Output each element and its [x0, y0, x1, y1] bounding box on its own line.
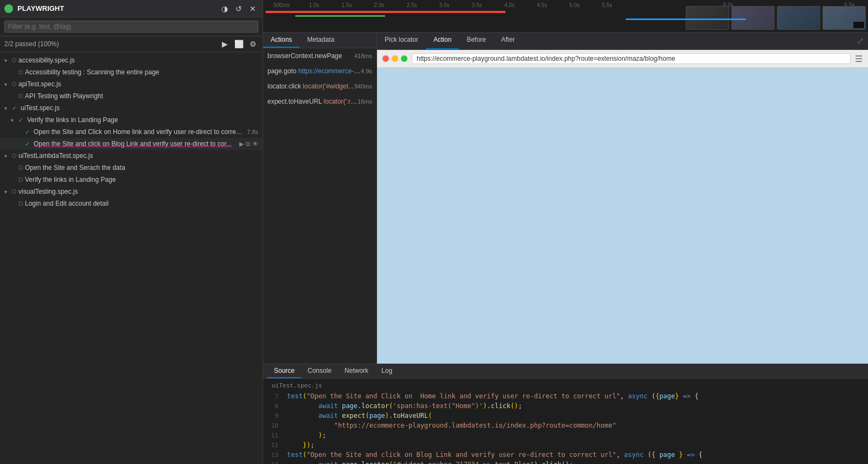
action-duration-locator-click: 940ms [354, 83, 372, 90]
tab-network[interactable]: Network [338, 364, 375, 378]
line-number: 11 [263, 432, 285, 439]
tree-item-uitest[interactable]: ▾ ✓ uiTest.spec.js [0, 102, 263, 114]
timeline-label-5.5s: 5.5s [591, 2, 623, 8]
tree-label: Accessibility testing : Scanning the ent… [25, 68, 258, 76]
code-line-13: 13 test("Open the Site and click on Blog… [263, 450, 868, 460]
run-all-button[interactable]: ▶ [219, 39, 230, 49]
action-page-goto[interactable]: page.goto https://ecommerce-pl... 4.9s [263, 63, 376, 79]
detail-panel: Pick locator Action Before After ⤢ ht [377, 33, 868, 364]
browser-dots [382, 55, 407, 62]
chevron-icon: ▾ [11, 117, 17, 123]
code-line-14: 14 await page.locator("#widget-navbar-21… [263, 460, 868, 464]
timeline-label-500ms: 500ms [265, 2, 298, 8]
tab-after[interactable]: After [494, 33, 522, 49]
settings-button[interactable]: ⚙ [247, 39, 258, 49]
line-content: test("Open the Site and click on Blog Li… [285, 451, 868, 459]
line-content: await page.locator("#widget-navbar-21783… [285, 461, 868, 464]
browser-content [377, 68, 868, 364]
line-content: "https://ecommerce-playground.lambdatest… [285, 422, 868, 429]
timeline-label-2s: 2.0s [363, 2, 395, 8]
line-content: }); [285, 441, 868, 449]
tree-container: ▾ accessibility.spec.js Accessibility te… [0, 52, 263, 464]
action-name-browser-context: browserContext.newPage [267, 52, 354, 60]
pass-check-icon: ✓ [25, 129, 31, 136]
filter-input[interactable] [4, 21, 258, 33]
stop-button[interactable]: ⬜ [233, 39, 244, 49]
action-name-expect-url: expect.toHaveURL locator(':roo... [267, 98, 358, 105]
refresh-button[interactable]: ↺ [233, 3, 244, 14]
tree-item-apitest[interactable]: ▾ apiTest.spec.js [0, 78, 263, 90]
line-number: 10 [263, 422, 285, 429]
tree-label: Open the Site and Serach the data [25, 164, 258, 171]
tree-item-login-edit[interactable]: Login and Edit account detail [0, 198, 263, 209]
browser-menu-icon[interactable]: ☰ [855, 54, 863, 64]
code-line-8: 8 await page.locator('span:has-text("Hom… [263, 401, 868, 411]
theme-toggle-button[interactable]: ◑ [219, 3, 230, 14]
playwright-title: PLAYWRIGHT [17, 4, 215, 12]
chevron-icon: ▾ [4, 189, 11, 195]
tree-item-uitest-lambda[interactable]: ▾ uiTestLambdaTest.spec.js [0, 150, 263, 162]
eye-row-icon[interactable]: 👁 [252, 141, 258, 148]
action-locator-click[interactable]: locator.click locator('#widget... 940ms [263, 79, 376, 94]
status-dot [18, 201, 23, 206]
middle-section: Actions Metadata browserContext.newPage … [263, 33, 868, 364]
tree-label: Open the Site and click on Blog Link and… [34, 140, 237, 148]
play-row-icon[interactable]: ▶ [239, 141, 244, 148]
tree-item-open-blog[interactable]: ✓ Open the Site and click on Blog Link a… [0, 138, 263, 150]
line-number: 14 [263, 461, 285, 465]
tab-source[interactable]: Source [267, 364, 301, 378]
playwright-logo [4, 4, 13, 13]
pass-check-icon: ✓ [12, 105, 18, 112]
browser-dot-yellow [392, 55, 398, 62]
tree-item-open-search[interactable]: Open the Site and Serach the data [0, 162, 263, 174]
bottom-tabs: Source Console Network Log [263, 364, 868, 379]
status-run-icons: ▶ ⬜ ⚙ [219, 39, 258, 49]
tree-label: Open the Site and Click on Home link and… [34, 128, 245, 136]
action-duration-page-goto: 4.9s [361, 68, 372, 74]
tab-console[interactable]: Console [301, 364, 338, 378]
chevron-icon: ▾ [4, 105, 11, 111]
tab-actions[interactable]: Actions [263, 33, 299, 48]
line-content: test("Open the Site and Click on Home li… [285, 392, 868, 400]
action-duration-expect-url: 16ms [358, 98, 372, 105]
tab-metadata[interactable]: Metadata [299, 33, 342, 48]
tree-label: accessibility.spec.js [18, 56, 258, 64]
tree-item-api-playwright[interactable]: API Testing with Playwright [0, 90, 263, 102]
tree-item-visual[interactable]: ▾ visualTesting.spec.js [0, 186, 263, 198]
top-bar: PLAYWRIGHT ◑ ↺ ✕ [0, 0, 263, 17]
line-number: 7 [263, 393, 285, 400]
tree-item-verify-links[interactable]: ▾ ✓ Verify the links in Landing Page [0, 114, 263, 126]
code-view: uiTest.spec.js 7 test("Open the Site and… [263, 379, 868, 464]
code-file-label: uiTest.spec.js [263, 381, 868, 390]
line-number: 8 [263, 403, 285, 410]
status-dot [18, 70, 23, 74]
main-layout: PLAYWRIGHT ◑ ↺ ✕ 2/2 passed (100%) ▶ ⬜ ⚙… [0, 0, 868, 464]
tree-label: visualTesting.spec.js [18, 188, 258, 195]
code-line-11: 11 ); [263, 430, 868, 440]
actions-list: browserContext.newPage 418ms page.goto h… [263, 48, 376, 364]
detail-expand-icon[interactable]: ⤢ [852, 33, 868, 49]
tree-item-accessibility[interactable]: ▾ accessibility.spec.js [0, 54, 263, 66]
timeline-label-3.5s: 3.5s [461, 2, 493, 8]
line-number: 9 [263, 412, 285, 419]
action-browser-context[interactable]: browserContext.newPage 418ms [263, 48, 376, 63]
tree-label: apiTest.spec.js [18, 80, 258, 88]
copy-row-icon[interactable]: ⧉ [246, 141, 250, 148]
tab-action[interactable]: Action [426, 33, 459, 49]
tab-pick-locator[interactable]: Pick locator [377, 33, 426, 49]
action-expect-url[interactable]: expect.toHaveURL locator(':roo... 16ms [263, 94, 376, 109]
actions-panel: Actions Metadata browserContext.newPage … [263, 33, 377, 364]
right-container: 500ms 1.0s 1.5s 2.0s 2.5s 3.0s 3.5s 4.0s… [263, 0, 868, 464]
browser-url-bar[interactable]: https://ecommerce-playground.lambdatest.… [412, 53, 851, 64]
tab-before[interactable]: Before [459, 33, 493, 49]
status-dot [12, 82, 16, 86]
timeline-label-3s: 3.0s [428, 2, 461, 8]
tree-item-open-home[interactable]: ✓ Open the Site and Click on Home link a… [0, 126, 263, 138]
tree-item-verify-links2[interactable]: Verify the links in Landing Page [0, 174, 263, 186]
tree-label: Login and Edit account detail [25, 200, 258, 207]
tree-item-accessibility-test[interactable]: Accessibility testing : Scanning the ent… [0, 66, 263, 78]
tab-log[interactable]: Log [375, 364, 399, 378]
line-number: 12 [263, 442, 285, 449]
close-button[interactable]: ✕ [247, 3, 258, 14]
line-content: ); [285, 431, 868, 439]
